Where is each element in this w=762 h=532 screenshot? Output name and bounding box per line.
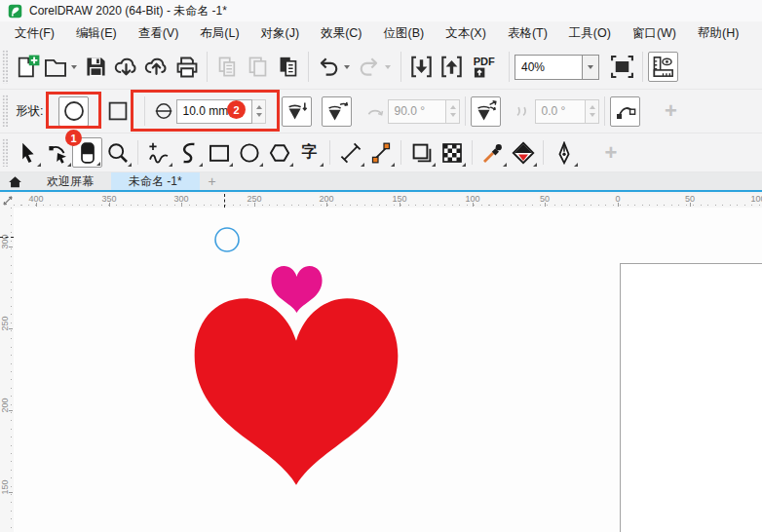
pen-tilt-button[interactable] — [282, 96, 312, 127]
eraser-shape-square-button[interactable] — [102, 96, 133, 127]
outline-pen-tool[interactable] — [549, 137, 579, 168]
tab-welcome-screen[interactable]: 欢迎屏幕 — [29, 172, 111, 190]
save-button[interactable] — [81, 52, 111, 82]
rectangle-tool[interactable] — [204, 137, 234, 168]
paste-special-button[interactable] — [273, 52, 303, 82]
vertical-ruler[interactable]: 300 250 200 150 — [0, 208, 14, 532]
print-icon — [174, 55, 200, 80]
v-ruler-label: 200 — [0, 395, 10, 416]
pick-tool[interactable] — [12, 137, 42, 168]
polygon-tool[interactable] — [264, 137, 294, 168]
big-heart[interactable] — [190, 294, 402, 489]
zoom-level-combobox[interactable]: 40% — [514, 55, 599, 80]
eyedropper-tool[interactable] — [477, 137, 508, 168]
publish-pdf-button[interactable]: PDF — [467, 52, 504, 82]
rotation-arc-icon — [364, 100, 386, 122]
separator — [604, 96, 605, 126]
cloud-download-icon — [113, 54, 139, 80]
cloud-upload-icon — [143, 54, 170, 80]
cloud-download-button[interactable] — [111, 52, 141, 82]
fullscreen-preview-button[interactable] — [607, 52, 637, 82]
import-button[interactable] — [406, 52, 437, 82]
menu-bitmaps[interactable]: 位图(B) — [373, 22, 436, 45]
new-document-icon — [15, 55, 40, 80]
v-ruler-label: 250 — [0, 313, 10, 334]
property-bar-grip[interactable] — [2, 95, 9, 128]
spinner-up-icon[interactable] — [256, 105, 262, 109]
menu-view[interactable]: 查看(V) — [128, 22, 190, 45]
toolbar-grip[interactable] — [2, 50, 9, 84]
zoom-level-dropdown-button[interactable] — [583, 55, 599, 80]
fullscreen-preview-icon — [609, 54, 635, 80]
pen-bearing-button[interactable] — [322, 96, 352, 127]
menu-layout[interactable]: 布局(L) — [189, 22, 249, 45]
text-tool[interactable]: 字 — [294, 137, 324, 168]
export-button[interactable] — [437, 52, 467, 82]
pdf-label: PDF — [474, 55, 495, 66]
document-page[interactable] — [620, 263, 762, 532]
property-bar: 形状: — [0, 90, 762, 133]
menu-table[interactable]: 表格(T) — [497, 22, 558, 45]
zoom-tool[interactable] — [102, 137, 133, 168]
toggle-rulers-icon — [651, 55, 675, 79]
spinner-down-icon[interactable] — [256, 113, 262, 117]
open-button[interactable] — [42, 52, 81, 82]
undo-icon — [316, 55, 341, 80]
zoom-level-value[interactable]: 40% — [514, 55, 583, 80]
home-tab[interactable] — [0, 172, 29, 190]
tilt-fieldwrap — [535, 99, 599, 124]
bspline-tool-icon — [177, 141, 201, 165]
v-ruler-minor-ticks — [11, 208, 12, 532]
spinner-up-icon — [590, 105, 595, 109]
eyedropper-tool-icon — [481, 141, 505, 165]
menu-edit[interactable]: 编辑(E) — [65, 22, 128, 45]
separator — [137, 140, 138, 165]
copy-button — [243, 52, 273, 82]
new-document-button[interactable] — [12, 52, 42, 82]
transparency-tool[interactable] — [437, 137, 467, 168]
bspline-tool[interactable] — [173, 137, 204, 168]
menu-object[interactable]: 对象(J) — [250, 22, 311, 45]
tilt-slash-icon — [512, 100, 533, 122]
toggle-rulers-button[interactable] — [648, 52, 678, 82]
annotation-badge-2: 2 — [227, 100, 246, 119]
dimension-tool[interactable] — [335, 137, 365, 168]
contour-tool[interactable] — [406, 137, 437, 168]
toolbox-grip[interactable] — [2, 138, 9, 167]
window-title: CorelDRAW 2020 (64-Bit) - 未命名 -1* — [29, 3, 227, 19]
undo-button[interactable] — [314, 52, 355, 82]
reduce-nodes-button[interactable] — [610, 96, 640, 127]
interactive-fill-tool[interactable] — [508, 137, 538, 168]
redo-icon — [357, 55, 382, 80]
menu-text[interactable]: 文本(X) — [435, 22, 497, 45]
pen-rotation-button[interactable] — [471, 96, 501, 127]
h-ruler-minor-ticks — [14, 205, 762, 206]
separator — [144, 96, 145, 126]
menu-window[interactable]: 窗口(W) — [622, 22, 687, 45]
connector-tool-icon — [369, 141, 393, 165]
menu-tools[interactable]: 工具(O) — [558, 22, 622, 45]
menu-file[interactable]: 文件(F) — [4, 22, 65, 45]
tab-untitled-document[interactable]: 未命名 -1* — [111, 172, 200, 190]
connector-tool[interactable] — [365, 137, 396, 168]
undo-dropdown-caret-icon[interactable] — [344, 65, 350, 69]
new-tab-button[interactable]: + — [200, 172, 225, 190]
cloud-upload-button[interactable] — [141, 52, 171, 82]
redo-dropdown-caret-icon — [385, 65, 391, 69]
flyout-indicator-icon — [503, 163, 507, 167]
menu-effects[interactable]: 效果(C) — [310, 22, 372, 45]
menu-help[interactable]: 帮助(H) — [687, 22, 749, 45]
horizontal-ruler[interactable]: 400 350 300 250 200 150 100 50 0 50 100 — [0, 194, 762, 208]
print-button[interactable] — [171, 52, 202, 82]
rectangle-tool-icon — [208, 141, 231, 165]
eraser-shape-circle-button[interactable] — [58, 96, 89, 127]
ellipse-tool[interactable] — [234, 137, 264, 168]
open-dropdown-caret-icon[interactable] — [71, 65, 77, 69]
freehand-tool[interactable] — [143, 137, 173, 168]
pen-rotation-icon — [475, 99, 498, 123]
eraser-thickness-spinner[interactable] — [252, 99, 266, 124]
ruler-origin-icon[interactable] — [2, 195, 14, 207]
drawing-canvas[interactable]: 300 250 200 150 — [0, 208, 762, 532]
standard-toolbar: PDF 40% — [0, 45, 762, 90]
open-folder-icon — [43, 55, 68, 80]
